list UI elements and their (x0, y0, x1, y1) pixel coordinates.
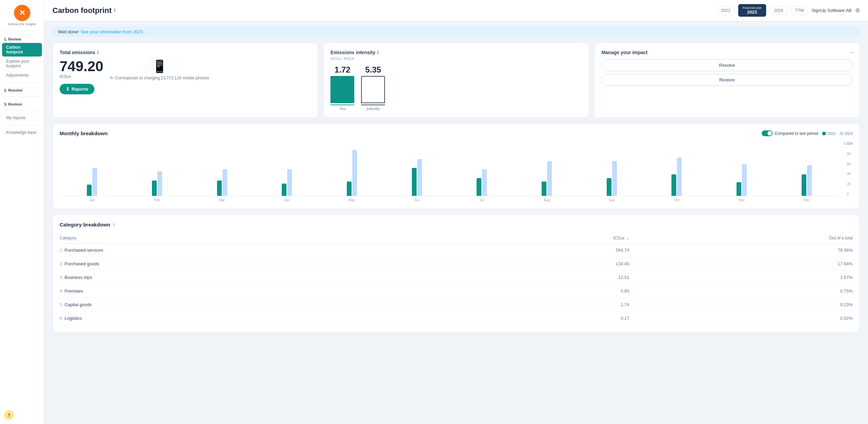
nav-section-3: 3. Restore (0, 99, 44, 108)
month-group-jan (60, 168, 125, 196)
category-info-icon: ℹ (113, 222, 114, 227)
sidebar-item-adjustments[interactable]: Adjustments (2, 71, 42, 80)
year-btn-val: 2023 (747, 10, 757, 15)
bar-2022-sep[interactable] (607, 178, 611, 196)
industry-bar-line (361, 105, 385, 105)
table-row[interactable]: 3. Business trips 12.51 1.67% (60, 271, 853, 284)
category-title: Category breakdown (60, 222, 110, 227)
cat-name: 5. Capital goods (60, 298, 475, 312)
table-row[interactable]: 6. Logistics 0.17 0.02% (60, 312, 853, 325)
help-badge[interactable]: ? (4, 410, 14, 420)
bar-2023-oct[interactable] (677, 158, 682, 196)
nav-section-2: 2. Resolve (0, 85, 44, 94)
year-2023-button[interactable]: Financial year 2023 (738, 4, 766, 17)
year-ttm-button[interactable]: TTM (791, 6, 808, 15)
month-group-sep (579, 161, 644, 196)
settings-icon[interactable]: ⚙ (855, 7, 860, 14)
nav-divider-2 (4, 96, 40, 97)
cat-pct: 17.94% (629, 257, 853, 271)
year-2022-button[interactable]: 2022 (717, 6, 735, 15)
bar-2022-dec[interactable] (802, 174, 806, 196)
bar-2023-mar[interactable] (222, 169, 227, 196)
monthly-header: Monthly breakdown Compared to last perio… (60, 130, 853, 136)
you-bar-line (330, 105, 354, 105)
title-info-icon: ℹ (114, 8, 115, 13)
alert-bar: Well done! See your information from 202… (52, 27, 860, 37)
sidebar: ✕ ExFlow CO₂ Insights 1. Review Carbon f… (0, 0, 44, 424)
monthly-breakdown-card: Monthly breakdown Compared to last perio… (52, 123, 860, 209)
restore-button[interactable]: Restore (602, 74, 853, 86)
bar-2022-jun[interactable] (412, 168, 417, 196)
month-label-aug: Aug (514, 198, 579, 202)
cat-pct: 0.02% (629, 312, 853, 325)
bar-2023-jun[interactable] (417, 159, 422, 196)
manage-close-icon[interactable]: − (850, 50, 853, 55)
manage-title: Manage your impact − (602, 50, 853, 55)
monthly-title: Monthly breakdown (60, 130, 108, 136)
bar-2023-sep[interactable] (612, 161, 617, 196)
legend-2022: 2022 (822, 131, 835, 136)
month-label-oct: Oct (644, 198, 709, 202)
download-icon: ⬇ (66, 87, 69, 92)
table-row[interactable]: 2. Purchased goods 134.40 17.94% (60, 257, 853, 271)
category-breakdown-card: Category breakdown ℹ Category tCO₂e ⌄ Ou… (52, 215, 860, 332)
bar-2023-feb[interactable] (157, 171, 162, 196)
table-row[interactable]: 4. Premises 5.65 0.75% (60, 284, 853, 298)
toggle-switch[interactable] (762, 130, 773, 136)
month-label-may: May (320, 198, 385, 202)
alert-prefix: Well done! (58, 29, 79, 34)
bar-2022-nov[interactable] (737, 182, 741, 196)
bar-2022-feb[interactable] (152, 180, 157, 196)
resolve-button[interactable]: Resolve (602, 59, 853, 71)
bar-2023-jan[interactable] (92, 168, 97, 196)
cat-value: 5.65 (475, 284, 629, 298)
alert-link[interactable]: See your information from 2023 (81, 29, 143, 34)
emissions-left: 749.20 tCO₂e ⬇ Reports (60, 59, 103, 94)
nav-divider-1 (4, 82, 40, 83)
month-group-dec (774, 165, 839, 196)
cat-value: 12.51 (475, 271, 629, 284)
bar-2022-mar[interactable] (217, 180, 222, 196)
bar-2022-jul[interactable] (477, 178, 481, 196)
bar-2022-aug[interactable] (542, 182, 546, 196)
cat-pct: 0.75% (629, 284, 853, 298)
cat-pct: 1.67% (629, 271, 853, 284)
cat-name: 6. Logistics (60, 312, 475, 325)
reports-button[interactable]: ⬇ Reports (60, 84, 94, 94)
col-tco2e[interactable]: tCO₂e ⌄ (475, 233, 629, 244)
cat-name: 1. Purchased services (60, 244, 475, 257)
bar-2022-may[interactable] (347, 182, 352, 196)
bar-2022-oct[interactable] (671, 174, 676, 196)
nav-divider-4 (4, 125, 40, 125)
bar-2023-aug[interactable] (547, 161, 552, 196)
bar-2023-nov[interactable] (742, 164, 747, 196)
year-2024-button[interactable]: 2024 (770, 6, 788, 15)
sidebar-item-knowledge-base[interactable]: Knowledge base (2, 128, 42, 137)
content-area: Well done! See your information from 202… (44, 21, 868, 424)
sidebar-item-explore[interactable]: Explore your footprint (2, 57, 42, 70)
emissions-value: 749.20 (60, 59, 103, 74)
table-row[interactable]: 1. Purchased services 594.74 79.38% (60, 244, 853, 257)
emissions-info-icon: ℹ (97, 50, 99, 55)
emissions-intensity-card: Emissions intensity ℹ tCO₂e / MSEK 1.72 … (323, 43, 589, 118)
bar-2023-may[interactable] (352, 150, 357, 196)
mobile-phones-card: 📱 ↻ Corresponds to charging 13,772,116 m… (110, 59, 209, 80)
sidebar-item-carbon-footprint[interactable]: Carbon footprint (2, 43, 42, 57)
sidebar-item-my-reports[interactable]: My reports (2, 113, 42, 122)
table-row[interactable]: 5. Capital goods 1.74 0.23% (60, 298, 853, 312)
intensity-title: Emissions intensity ℹ (330, 50, 582, 55)
category-title-area: Category breakdown ℹ (60, 222, 114, 227)
you-label: You (339, 107, 346, 111)
bar-2023-apr[interactable] (287, 169, 292, 196)
bar-2023-jul[interactable] (482, 169, 487, 196)
you-value: 1.72 (335, 65, 351, 75)
nav-section-1: 1. Review (0, 34, 44, 43)
bar-2022-apr[interactable] (282, 184, 286, 196)
chart-bars (60, 142, 839, 196)
month-label-jan: Jan (60, 198, 125, 202)
month-group-apr (254, 169, 320, 196)
bar-2022-jan[interactable] (87, 185, 92, 196)
month-group-may (320, 150, 385, 196)
bar-2023-dec[interactable] (807, 165, 812, 196)
month-label-apr: Apr (254, 198, 320, 202)
